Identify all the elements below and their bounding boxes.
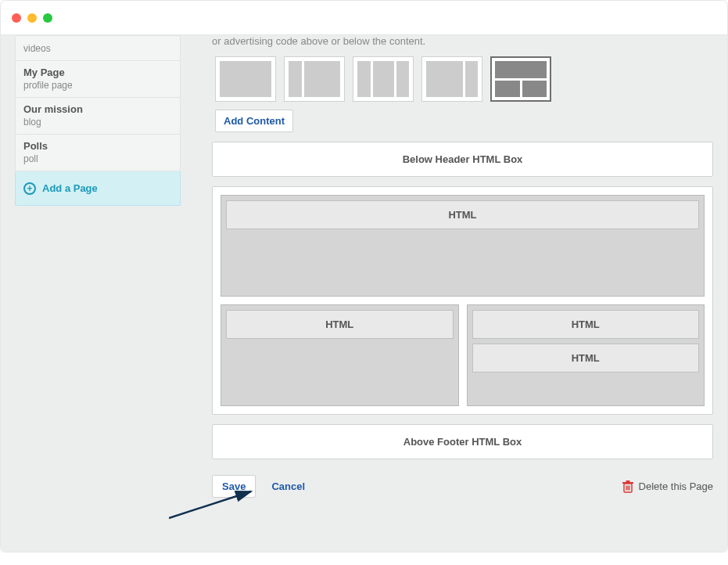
page-list: videos My Page profile page Our mission … <box>15 35 181 171</box>
add-page-button[interactable]: + Add a Page <box>15 171 181 206</box>
svg-rect-1 <box>622 482 633 484</box>
sidebar-item-videos[interactable]: videos <box>16 36 180 60</box>
add-page-label: Add a Page <box>42 182 98 194</box>
browser-window: videos My Page profile page Our mission … <box>0 0 728 552</box>
above-footer-box[interactable]: Above Footer HTML Box <box>212 424 713 459</box>
layout-option-two-col-right[interactable] <box>421 56 482 102</box>
sidebar-item-sub: videos <box>23 43 172 54</box>
sidebar-item-our-mission[interactable]: Our mission blog <box>16 97 180 134</box>
description-text: or advertising code above or below the c… <box>212 35 713 47</box>
html-block[interactable]: HTML <box>226 200 699 229</box>
save-button[interactable]: Save <box>212 475 256 498</box>
svg-rect-2 <box>626 480 629 482</box>
layout-option-two-col-left[interactable] <box>284 56 345 102</box>
delete-page-link[interactable]: Delete this Page <box>622 480 713 494</box>
close-window-icon[interactable] <box>12 13 21 23</box>
below-header-box[interactable]: Below Header HTML Box <box>212 142 713 177</box>
layout-option-three-col[interactable] <box>353 56 414 102</box>
delete-page-label: Delete this Page <box>639 480 713 492</box>
plus-circle-icon: + <box>23 182 36 195</box>
sidebar-item-sub: blog <box>23 117 172 128</box>
browser-titlebar <box>1 1 727 35</box>
layout-option-header-two-col[interactable] <box>490 56 551 102</box>
trash-icon <box>622 480 634 494</box>
layout-canvas: HTML HTML HTML HTML <box>212 186 713 415</box>
html-block[interactable]: HTML <box>472 310 700 339</box>
maximize-window-icon[interactable] <box>43 13 52 23</box>
layout-option-single[interactable] <box>215 56 276 102</box>
window-controls <box>12 13 52 23</box>
sidebar-item-polls[interactable]: Polls poll <box>16 134 180 171</box>
layout-region-top[interactable]: HTML <box>221 195 705 297</box>
html-block[interactable]: HTML <box>472 344 700 372</box>
sidebar-item-sub: profile page <box>23 80 172 91</box>
cancel-link[interactable]: Cancel <box>271 480 305 492</box>
html-block[interactable]: HTML <box>226 310 454 339</box>
layout-region-bottom-right[interactable]: HTML HTML <box>467 304 705 406</box>
layout-region-bottom-left[interactable]: HTML <box>221 304 459 406</box>
minimize-window-icon[interactable] <box>27 13 37 23</box>
sidebar-item-title: Polls <box>23 140 172 152</box>
add-content-button[interactable]: Add Content <box>215 110 293 132</box>
sidebar-item-title: Our mission <box>23 103 172 115</box>
app-content: videos My Page profile page Our mission … <box>1 35 727 552</box>
main-panel: or advertising code above or below the c… <box>212 35 713 498</box>
sidebar-item-title: My Page <box>23 67 172 78</box>
action-row: Save Cancel <box>212 475 713 498</box>
sidebar-item-sub: poll <box>23 153 172 164</box>
sidebar-item-my-page[interactable]: My Page profile page <box>16 60 180 97</box>
layout-options <box>212 56 713 102</box>
sidebar: videos My Page profile page Our mission … <box>15 35 181 206</box>
